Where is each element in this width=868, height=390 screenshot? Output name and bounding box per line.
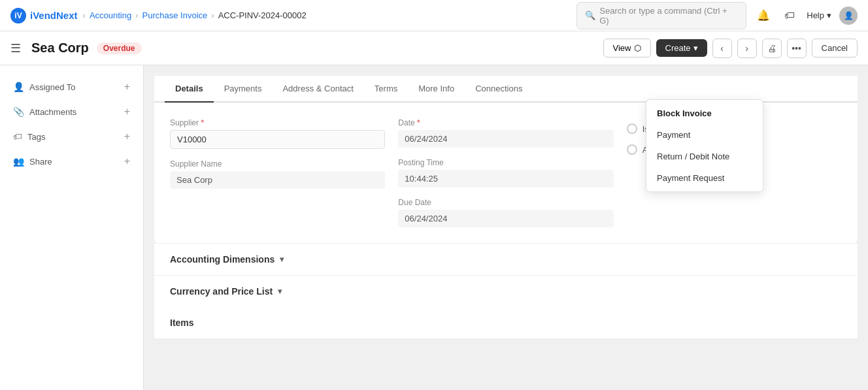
posting-time-value: 10:44:25 — [398, 170, 613, 187]
header-actions: View ⬡ Create ▾ ‹ › 🖨 ••• Cancel — [603, 39, 858, 58]
sidebar-item-label: Tags — [27, 132, 45, 142]
date-value: 06/24/2024 — [398, 130, 613, 148]
assigned-to-icon: 👤 — [13, 82, 24, 92]
hamburger-icon[interactable]: ☰ — [10, 41, 21, 56]
tab-details[interactable]: Details — [165, 76, 214, 103]
breadcrumb: › Accounting › Purchase Invoice › ACC-PI… — [83, 10, 307, 20]
bookmark-icon[interactable]: 🏷 — [780, 7, 799, 25]
dropdown-item-return-debit-note[interactable]: Return / Debit Note — [646, 146, 763, 167]
sidebar-item-label: Assigned To — [29, 82, 76, 92]
dropdown-item-block-invoice[interactable]: Block Invoice — [646, 103, 763, 124]
share-icon: 👥 — [13, 156, 24, 167]
posting-time-group: Posting Time 10:44:25 — [398, 158, 613, 187]
is-return-checkbox[interactable] — [627, 123, 637, 134]
tab-connections[interactable]: Connections — [465, 76, 533, 103]
add-tags-icon[interactable]: + — [124, 131, 130, 142]
due-date-value: 06/24/2024 — [398, 210, 613, 227]
create-button[interactable]: Create ▾ — [656, 39, 707, 57]
tab-payments[interactable]: Payments — [214, 76, 273, 103]
status-badge: Overdue — [97, 42, 142, 54]
topnav: iV iVendNext › Accounting › Purchase Inv… — [0, 0, 868, 31]
sidebar: 👤 Assigned To + 📎 Attachments + 🏷 Tags +… — [0, 65, 144, 390]
currency-price-list-section[interactable]: Currency and Price List ▾ — [154, 275, 858, 307]
supplier-group: Supplier * — [170, 118, 385, 149]
items-label: Items — [170, 317, 194, 328]
attachments-icon: 📎 — [13, 106, 24, 117]
breadcrumb-purchase-invoice[interactable]: Purchase Invoice — [142, 10, 208, 20]
topnav-right: 🔍 Search or type a command (Ctrl + G) 🔔 … — [576, 2, 858, 29]
page-title: Sea Corp — [31, 41, 89, 56]
accounting-dimensions-label: Accounting Dimensions — [170, 254, 275, 265]
items-section: Items — [154, 307, 858, 338]
tags-icon: 🏷 — [13, 131, 22, 142]
notifications-icon[interactable]: 🔔 — [754, 7, 773, 25]
sidebar-item-share[interactable]: 👥 Share + — [8, 150, 135, 172]
dropdown-item-payment[interactable]: Payment — [646, 124, 763, 146]
avatar[interactable]: 👤 — [839, 7, 858, 25]
currency-price-list-chevron: ▾ — [278, 287, 282, 296]
next-button[interactable]: › — [737, 39, 757, 58]
supplier-name-group: Supplier Name Sea Corp — [170, 159, 385, 189]
brand-icon: iV — [10, 8, 26, 24]
add-attachments-icon[interactable]: + — [124, 106, 130, 118]
due-date-group: Due Date 06/24/2024 — [398, 198, 613, 227]
tabs: Details Payments Address & Contact Terms… — [154, 76, 858, 103]
sidebar-item-attachments[interactable]: 📎 Attachments + — [8, 101, 135, 123]
cancel-button[interactable]: Cancel — [812, 39, 858, 57]
page-header: ☰ Sea Corp Overdue View ⬡ Create ▾ ‹ › 🖨… — [0, 31, 868, 65]
help-button[interactable]: Help ▾ — [807, 10, 831, 20]
breadcrumb-doc-id: ACC-PINV-2024-00002 — [218, 10, 307, 20]
sidebar-item-assigned-to[interactable]: 👤 Assigned To + — [8, 76, 135, 98]
currency-price-list-label: Currency and Price List — [170, 286, 273, 297]
tab-more-info[interactable]: More Info — [408, 76, 465, 103]
search-icon: 🔍 — [585, 10, 595, 20]
apply-tax-checkbox[interactable] — [627, 144, 637, 155]
accounting-dimensions-chevron: ▾ — [280, 255, 284, 264]
add-share-icon[interactable]: + — [124, 155, 130, 167]
sidebar-item-label: Share — [29, 157, 52, 167]
search-placeholder: Search or type a command (Ctrl + G) — [599, 6, 738, 25]
more-button[interactable]: ••• — [787, 39, 807, 58]
tab-terms[interactable]: Terms — [364, 76, 408, 103]
prev-button[interactable]: ‹ — [712, 39, 732, 58]
date-label: Date * — [398, 118, 613, 127]
breadcrumb-accounting[interactable]: Accounting — [90, 10, 131, 20]
supplier-name-label: Supplier Name — [170, 159, 385, 169]
supplier-label: Supplier * — [170, 118, 385, 127]
date-group: Date * 06/24/2024 — [398, 118, 613, 148]
sidebar-item-tags[interactable]: 🏷 Tags + — [8, 125, 135, 148]
sidebar-item-label: Attachments — [29, 107, 76, 117]
supplier-name-value: Sea Corp — [170, 171, 385, 189]
view-button[interactable]: View ⬡ — [603, 39, 651, 57]
search-box[interactable]: 🔍 Search or type a command (Ctrl + G) — [576, 2, 746, 29]
posting-time-label: Posting Time — [398, 158, 613, 167]
brand[interactable]: iV iVendNext — [10, 8, 78, 24]
create-dropdown: Block Invoice Payment Return / Debit Not… — [646, 99, 763, 192]
print-button[interactable]: 🖨 — [762, 39, 782, 58]
tab-address-contact[interactable]: Address & Contact — [272, 76, 363, 103]
due-date-label: Due Date — [398, 198, 613, 207]
add-assigned-to-icon[interactable]: + — [124, 81, 130, 93]
dropdown-item-payment-request[interactable]: Payment Request — [646, 167, 763, 189]
accounting-dimensions-section[interactable]: Accounting Dimensions ▾ — [154, 243, 858, 275]
supplier-input[interactable] — [170, 130, 385, 149]
